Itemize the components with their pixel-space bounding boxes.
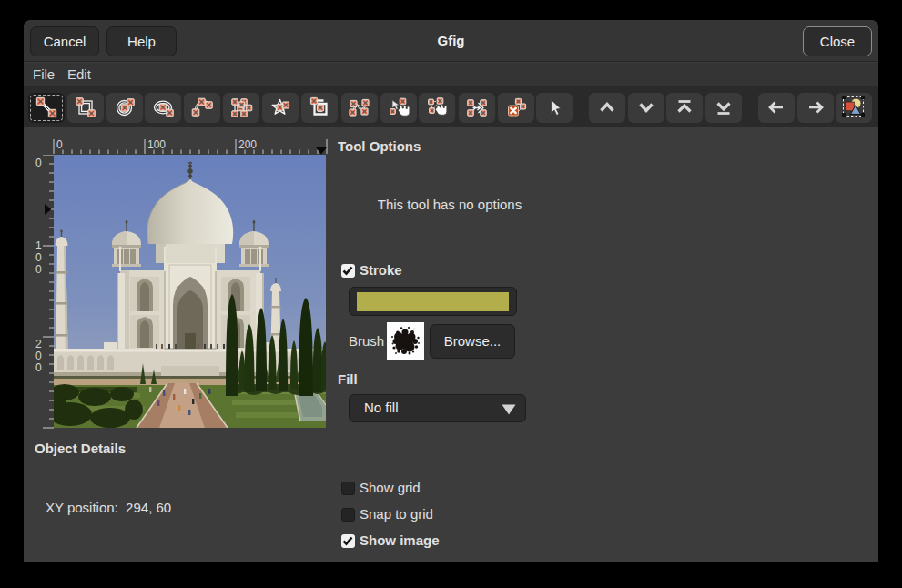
svg-text:0: 0 bbox=[35, 251, 42, 264]
svg-text:0: 0 bbox=[35, 263, 42, 276]
svg-text:2: 2 bbox=[35, 338, 42, 350]
svg-text:100: 100 bbox=[147, 138, 166, 151]
svg-text:200: 200 bbox=[238, 138, 257, 151]
svg-text:0: 0 bbox=[35, 361, 42, 374]
svg-text:0: 0 bbox=[35, 350, 42, 362]
svg-text:1: 1 bbox=[35, 239, 42, 252]
svg-text:0: 0 bbox=[35, 157, 42, 169]
svg-text:0: 0 bbox=[56, 138, 63, 151]
